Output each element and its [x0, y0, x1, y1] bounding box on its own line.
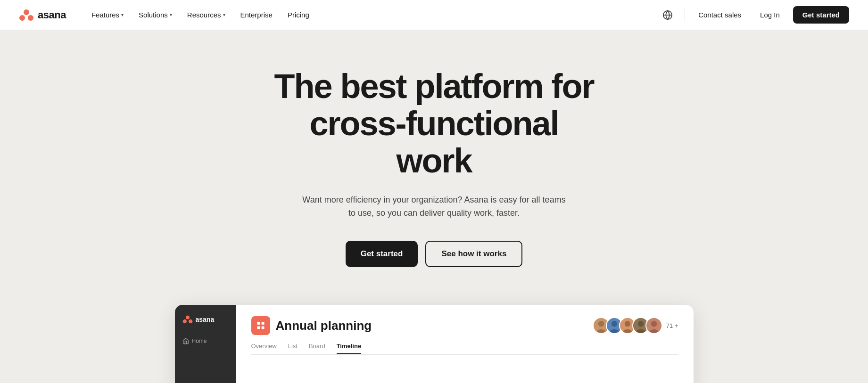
preview-tabs: Overview List Board Timeline	[251, 342, 678, 355]
logo-text: asana	[38, 9, 66, 21]
svg-point-7	[189, 319, 192, 323]
svg-point-19	[625, 321, 630, 326]
preview-asana-icon	[182, 314, 193, 325]
preview-logo: asana	[182, 314, 229, 325]
list-icon	[256, 321, 265, 330]
chevron-down-icon: ▾	[121, 12, 124, 17]
navbar: asana Features ▾ Solutions ▾ Resources ▾…	[0, 0, 868, 30]
asana-logo-icon	[19, 8, 34, 23]
hero-cta-group: Get started See how it works	[346, 241, 523, 267]
svg-point-5	[185, 316, 189, 319]
logo-link[interactable]: asana	[19, 8, 66, 23]
chevron-down-icon: ▾	[223, 12, 225, 17]
home-icon	[182, 338, 189, 344]
login-button[interactable]: Log In	[754, 7, 785, 23]
svg-point-22	[638, 321, 644, 326]
get-started-nav-button[interactable]: Get started	[793, 6, 849, 24]
preview-logo-text: asana	[196, 316, 215, 323]
preview-header: Annual planning	[251, 316, 678, 335]
svg-point-6	[182, 319, 186, 323]
nav-item-solutions[interactable]: Solutions ▾	[132, 7, 179, 23]
nav-item-enterprise[interactable]: Enterprise	[234, 7, 279, 23]
svg-point-1	[19, 15, 25, 21]
nav-item-resources[interactable]: Resources ▾	[181, 7, 232, 23]
nav-menu: Features ▾ Solutions ▾ Resources ▾ Enter…	[85, 7, 658, 23]
svg-point-25	[651, 321, 657, 326]
preview-sidebar: asana Home	[175, 305, 236, 383]
preview-home-nav[interactable]: Home	[182, 336, 229, 346]
preview-project-icon	[251, 316, 270, 335]
preview-avatar-group: 71 +	[593, 317, 678, 334]
tab-timeline[interactable]: Timeline	[337, 342, 362, 354]
hero-subtitle: Want more efficiency in your organizatio…	[302, 193, 566, 220]
svg-rect-9	[261, 322, 264, 325]
globe-icon	[662, 10, 673, 20]
tab-board[interactable]: Board	[309, 342, 325, 354]
svg-point-16	[612, 321, 617, 326]
tab-list[interactable]: List	[288, 342, 298, 354]
svg-rect-8	[257, 322, 260, 325]
chevron-down-icon: ▾	[170, 12, 172, 17]
svg-point-13	[598, 321, 604, 326]
svg-rect-10	[257, 326, 260, 329]
language-selector-button[interactable]	[658, 6, 677, 24]
tab-overview[interactable]: Overview	[251, 342, 277, 354]
hero-title: The best platform for cross-functional w…	[269, 68, 599, 180]
preview-title-row: Annual planning	[251, 316, 372, 335]
avatar-person-icon	[646, 318, 661, 333]
svg-rect-11	[261, 326, 264, 329]
preview-main-content: Annual planning	[236, 305, 694, 383]
svg-point-2	[28, 15, 33, 21]
navbar-right: Contact sales Log In Get started	[658, 6, 849, 24]
get-started-hero-button[interactable]: Get started	[346, 241, 418, 267]
nav-item-pricing[interactable]: Pricing	[281, 7, 316, 23]
contact-sales-button[interactable]: Contact sales	[693, 7, 747, 23]
avatar-overflow-count: 71 +	[666, 322, 678, 329]
svg-point-0	[24, 9, 29, 15]
see-how-it-works-button[interactable]: See how it works	[425, 241, 522, 267]
preview-project-title: Annual planning	[276, 318, 372, 333]
product-preview: asana Home	[175, 305, 694, 383]
hero-section: The best platform for cross-functional w…	[0, 30, 868, 383]
avatar	[645, 317, 662, 334]
nav-divider	[685, 8, 685, 22]
nav-item-features[interactable]: Features ▾	[85, 7, 130, 23]
